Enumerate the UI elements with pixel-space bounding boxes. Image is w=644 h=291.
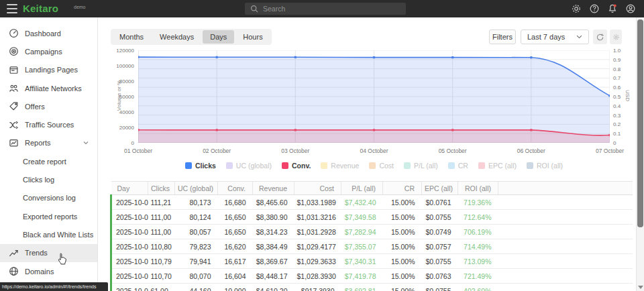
sidebar-item-landings-pages[interactable]: Landings Pages: [0, 61, 97, 79]
cell-cost: $917.3930: [294, 284, 341, 291]
legend-item-cr[interactable]: CR: [448, 162, 468, 170]
sidebar-item-conversions-log[interactable]: Conversions log: [0, 189, 97, 207]
table-row[interactable]: 2025-10-0761,0044,16010,000$4,610.20$917…: [111, 284, 633, 291]
legend-item-conv[interactable]: Conv.: [282, 162, 311, 170]
cell-roi-all: 714.49%: [458, 239, 498, 254]
cell-filler: [498, 195, 633, 210]
cell-day: 2025-10-06: [111, 269, 148, 284]
search-icon: [250, 5, 258, 13]
cell-conv: 16,617: [218, 254, 253, 269]
sidebar-item-black-and-white-lists[interactable]: Black and White Lists: [0, 225, 97, 243]
y-axis-right-tick: 0.5: [613, 94, 636, 100]
traffic-icon: [9, 120, 19, 130]
sidebar-item-domains[interactable]: Domains: [0, 262, 97, 280]
gear-icon[interactable]: [571, 3, 582, 14]
tab-days[interactable]: Days: [203, 30, 234, 44]
cell-day: 2025-10-02: [111, 210, 148, 225]
sidebar-item-exported-reports[interactable]: Exported reports: [0, 207, 97, 225]
cell-roi-all: 713.09%: [458, 254, 498, 269]
scrollbar-thumb[interactable]: [637, 19, 643, 227]
table-row[interactable]: 2025-10-04110,8079,82316,620$8,384.49$1,…: [111, 239, 633, 254]
column-header-day[interactable]: Day: [111, 182, 148, 195]
column-header-uc-global[interactable]: UC (global): [175, 182, 218, 195]
main-content: MonthsWeekdaysDaysHours Filters Last 7 d…: [99, 17, 636, 291]
tab-months[interactable]: Months: [112, 30, 151, 44]
column-header-p-l-all[interactable]: P/L (all): [341, 182, 383, 195]
cell-roi-all: 721.49%: [458, 269, 498, 284]
legend-label: Cost: [379, 162, 394, 170]
column-header-cr[interactable]: CR: [383, 182, 422, 195]
scrollbar-down-arrow[interactable]: [638, 286, 643, 289]
sidebar-item-affiliate-networks[interactable]: Affiliate Networks: [0, 79, 97, 97]
column-header-conv[interactable]: Conv.: [218, 182, 253, 195]
legend-label: UC (global): [236, 162, 272, 170]
column-header-cost[interactable]: Cost: [294, 182, 341, 195]
sidebar-item-dashboard[interactable]: Dashboard: [0, 24, 97, 42]
cell-p-l-all: $7,419.78: [341, 269, 383, 284]
column-header-clicks[interactable]: Clicks: [148, 182, 175, 195]
cell-epc-all: $0.0755: [422, 284, 458, 291]
cell-clicks: 111,00: [148, 210, 175, 225]
y-axis-right-tick: 0.7: [613, 75, 636, 81]
table-row[interactable]: 2025-10-01111,2180,17316,680$8,465.60$1,…: [111, 195, 633, 210]
legend-item-uc-global[interactable]: UC (global): [226, 162, 272, 170]
filters-button[interactable]: Filters: [489, 30, 516, 44]
legend-swatch: [282, 162, 288, 169]
date-range-select[interactable]: Last 7 days: [521, 30, 589, 44]
refresh-button[interactable]: [593, 30, 607, 44]
sidebar-item-trends[interactable]: Trends: [0, 244, 97, 262]
user-icon[interactable]: [625, 3, 636, 14]
sidebar-item-traffic-sources[interactable]: Traffic Sources: [0, 115, 97, 133]
legend-label: Conv.: [292, 162, 311, 170]
legend-item-roi-all[interactable]: ROI (all): [527, 162, 563, 170]
sidebar-nav: DashboardCampaignsLandings PagesAffiliat…: [0, 17, 98, 291]
y-axis-left-tick: 80000: [105, 78, 134, 84]
column-header-roi-all[interactable]: ROI (all): [458, 182, 498, 195]
tab-weekdays[interactable]: Weekdays: [152, 30, 201, 44]
hamburger-menu-icon[interactable]: [7, 4, 17, 13]
sidebar-item-campaigns[interactable]: Campaigns: [0, 42, 97, 60]
legend-item-clicks[interactable]: Clicks: [185, 162, 216, 170]
sidebar-item-reports[interactable]: Reports: [0, 134, 97, 152]
sidebar-item-label: Offers: [25, 103, 45, 111]
cell-conv: 16,604: [218, 269, 253, 284]
chart-settings-button[interactable]: [610, 30, 622, 44]
cell-cost: $1,033.1989: [294, 195, 341, 210]
page-scrollbar[interactable]: [636, 17, 644, 291]
cell-roi-all: 719.36%: [458, 195, 498, 210]
cell-cr: 15.00%: [383, 225, 422, 239]
column-header-revenue[interactable]: Revenue: [253, 182, 294, 195]
sidebar-item-offers[interactable]: Offers: [0, 97, 97, 115]
column-header-epc-all[interactable]: EPC (all): [422, 182, 458, 195]
legend-item-revenue[interactable]: Revenue: [321, 162, 359, 170]
legend-item-p-l-all[interactable]: P/L (all): [404, 162, 438, 170]
cell-revenue: $8,314.23: [253, 225, 294, 239]
sidebar-item-create-report[interactable]: Create report: [0, 152, 97, 170]
table-row[interactable]: 2025-10-06110,7080,07016,604$8,448.17$1,…: [111, 269, 633, 284]
search-input[interactable]: Search: [245, 3, 406, 15]
sidebar-item-clicks-log[interactable]: Clicks log: [0, 170, 97, 188]
trends-chart[interactable]: [138, 50, 610, 143]
y-axis-left-tick: 60000: [105, 94, 134, 100]
table-row[interactable]: 2025-10-05110,7979,94116,617$8,369.67$1,…: [111, 254, 633, 269]
help-icon[interactable]: [589, 3, 600, 14]
bell-icon[interactable]: [607, 3, 618, 14]
column-header-filler: [498, 182, 633, 195]
cell-uc-global: 80,173: [175, 195, 218, 210]
cell-cr: 15.00%: [383, 195, 422, 210]
table-row[interactable]: 2025-10-02111,0080,12416,650$8,380.90$1,…: [111, 210, 633, 225]
cell-p-l-all: $7,355.07: [341, 239, 383, 254]
tab-hours[interactable]: Hours: [235, 30, 270, 44]
legend-label: P/L (all): [414, 162, 438, 170]
gear-small-icon: [612, 34, 620, 41]
logo-demo-label: demo: [74, 5, 86, 9]
legend-item-cost[interactable]: Cost: [369, 162, 394, 170]
sidebar-item-label: Create report: [23, 158, 66, 166]
table-row[interactable]: 2025-10-03111,0080,05716,650$8,314.23$1,…: [111, 225, 633, 239]
cell-day: 2025-10-04: [111, 239, 148, 254]
cell-cost: $1,031.2928: [294, 225, 341, 239]
x-axis-tick: 02 October: [193, 148, 240, 154]
y-axis-left-tick: 0: [105, 140, 134, 146]
legend-item-epc-all[interactable]: EPC (all): [478, 162, 517, 170]
cell-revenue: $8,465.60: [253, 195, 294, 210]
